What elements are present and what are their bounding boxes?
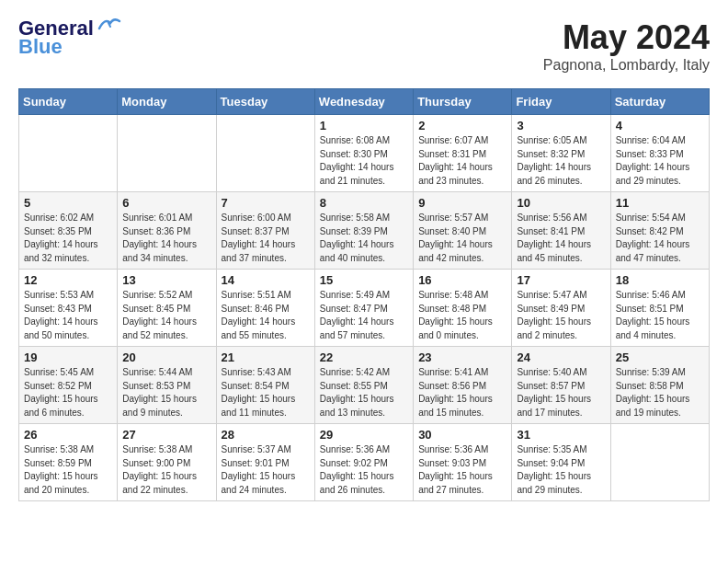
day-info: Sunrise: 5:56 AM Sunset: 8:41 PM Dayligh… [517, 212, 605, 265]
day-number: 2 [418, 119, 506, 132]
calendar-header-saturday: Saturday [610, 89, 709, 115]
day-number: 29 [320, 428, 408, 442]
calendar-cell: 16Sunrise: 5:48 AM Sunset: 8:48 PM Dayli… [414, 270, 512, 347]
day-number: 31 [517, 428, 605, 442]
day-number: 26 [24, 428, 112, 442]
day-number: 16 [418, 273, 506, 287]
calendar-cell: 29Sunrise: 5:36 AM Sunset: 9:02 PM Dayli… [314, 424, 413, 501]
calendar-cell: 13Sunrise: 5:52 AM Sunset: 8:45 PM Dayli… [118, 270, 216, 347]
calendar-cell: 19Sunrise: 5:45 AM Sunset: 8:52 PM Dayli… [19, 347, 118, 424]
calendar-header-sunday: Sunday [19, 89, 118, 115]
calendar-week-row: 5Sunrise: 6:02 AM Sunset: 8:35 PM Daylig… [19, 192, 710, 270]
day-number: 7 [222, 196, 310, 210]
calendar-cell: 6Sunrise: 6:01 AM Sunset: 8:36 PM Daylig… [118, 192, 216, 270]
calendar-cell: 10Sunrise: 5:56 AM Sunset: 8:41 PM Dayli… [512, 192, 610, 270]
day-info: Sunrise: 6:00 AM Sunset: 8:37 PM Dayligh… [222, 212, 310, 265]
day-info: Sunrise: 5:44 AM Sunset: 8:53 PM Dayligh… [122, 366, 210, 419]
day-info: Sunrise: 5:39 AM Sunset: 8:58 PM Dayligh… [616, 366, 704, 419]
day-info: Sunrise: 5:40 AM Sunset: 8:57 PM Dayligh… [517, 366, 605, 419]
day-info: Sunrise: 5:43 AM Sunset: 8:54 PM Dayligh… [222, 366, 310, 419]
day-info: Sunrise: 5:45 AM Sunset: 8:52 PM Dayligh… [24, 366, 112, 419]
day-info: Sunrise: 5:51 AM Sunset: 8:46 PM Dayligh… [222, 289, 310, 342]
day-number: 25 [616, 350, 704, 364]
day-info: Sunrise: 5:46 AM Sunset: 8:51 PM Dayligh… [616, 289, 704, 342]
day-number: 13 [122, 273, 210, 287]
calendar-header-wednesday: Wednesday [314, 89, 413, 115]
calendar-cell: 22Sunrise: 5:42 AM Sunset: 8:55 PM Dayli… [314, 347, 413, 424]
day-info: Sunrise: 5:54 AM Sunset: 8:42 PM Dayligh… [616, 212, 704, 265]
day-info: Sunrise: 6:04 AM Sunset: 8:33 PM Dayligh… [616, 134, 704, 188]
calendar-cell: 14Sunrise: 5:51 AM Sunset: 8:46 PM Dayli… [216, 270, 314, 347]
day-number: 3 [517, 119, 605, 132]
day-number: 22 [320, 350, 408, 364]
day-info: Sunrise: 5:35 AM Sunset: 9:04 PM Dayligh… [517, 443, 605, 497]
day-info: Sunrise: 5:41 AM Sunset: 8:56 PM Dayligh… [418, 366, 506, 419]
day-info: Sunrise: 5:49 AM Sunset: 8:47 PM Dayligh… [320, 289, 408, 342]
calendar-cell: 3Sunrise: 6:05 AM Sunset: 8:32 PM Daylig… [512, 115, 610, 192]
day-info: Sunrise: 6:08 AM Sunset: 8:30 PM Dayligh… [320, 134, 408, 188]
calendar-cell: 28Sunrise: 5:37 AM Sunset: 9:01 PM Dayli… [216, 424, 314, 501]
calendar-header-row: SundayMondayTuesdayWednesdayThursdayFrid… [19, 89, 710, 115]
calendar-cell: 24Sunrise: 5:40 AM Sunset: 8:57 PM Dayli… [512, 347, 610, 424]
calendar-cell: 1Sunrise: 6:08 AM Sunset: 8:30 PM Daylig… [314, 115, 413, 192]
calendar-cell: 17Sunrise: 5:47 AM Sunset: 8:49 PM Dayli… [512, 270, 610, 347]
day-number: 24 [517, 350, 605, 364]
calendar-cell: 21Sunrise: 5:43 AM Sunset: 8:54 PM Dayli… [216, 347, 314, 424]
title-section: May 2024 Pagnona, Lombardy, Italy [543, 18, 710, 74]
calendar-cell: 27Sunrise: 5:38 AM Sunset: 9:00 PM Dayli… [118, 424, 216, 501]
day-info: Sunrise: 5:36 AM Sunset: 9:02 PM Dayligh… [320, 443, 408, 497]
month-title: May 2024 [543, 18, 710, 57]
day-info: Sunrise: 5:48 AM Sunset: 8:48 PM Dayligh… [418, 289, 506, 342]
day-info: Sunrise: 6:05 AM Sunset: 8:32 PM Dayligh… [517, 134, 605, 188]
day-info: Sunrise: 5:57 AM Sunset: 8:40 PM Dayligh… [418, 212, 506, 265]
day-info: Sunrise: 6:07 AM Sunset: 8:31 PM Dayligh… [418, 134, 506, 188]
day-number: 8 [320, 196, 408, 210]
day-number: 4 [616, 119, 704, 132]
day-number: 15 [320, 273, 408, 287]
calendar-cell: 26Sunrise: 5:38 AM Sunset: 8:59 PM Dayli… [19, 424, 118, 501]
day-number: 14 [222, 273, 310, 287]
calendar-header-friday: Friday [512, 89, 610, 115]
logo-bird-icon [96, 16, 121, 34]
calendar-week-row: 19Sunrise: 5:45 AM Sunset: 8:52 PM Dayli… [19, 347, 710, 424]
calendar-header-thursday: Thursday [414, 89, 512, 115]
calendar-cell: 11Sunrise: 5:54 AM Sunset: 8:42 PM Dayli… [610, 192, 709, 270]
day-number: 10 [517, 196, 605, 210]
day-info: Sunrise: 5:52 AM Sunset: 8:45 PM Dayligh… [122, 289, 210, 342]
day-number: 12 [24, 273, 112, 287]
day-number: 9 [418, 196, 506, 210]
day-number: 21 [222, 350, 310, 364]
calendar-cell: 15Sunrise: 5:49 AM Sunset: 8:47 PM Dayli… [314, 270, 413, 347]
calendar-cell [216, 115, 314, 192]
calendar-cell: 4Sunrise: 6:04 AM Sunset: 8:33 PM Daylig… [610, 115, 709, 192]
calendar-cell: 2Sunrise: 6:07 AM Sunset: 8:31 PM Daylig… [414, 115, 512, 192]
day-info: Sunrise: 5:36 AM Sunset: 9:03 PM Dayligh… [418, 443, 506, 497]
calendar-week-row: 12Sunrise: 5:53 AM Sunset: 8:43 PM Dayli… [19, 270, 710, 347]
calendar-cell: 18Sunrise: 5:46 AM Sunset: 8:51 PM Dayli… [610, 270, 709, 347]
logo: General Blue [18, 18, 121, 57]
page-header: General Blue May 2024 Pagnona, Lombardy,… [18, 18, 710, 74]
day-info: Sunrise: 6:02 AM Sunset: 8:35 PM Dayligh… [24, 212, 112, 265]
calendar-table: SundayMondayTuesdayWednesdayThursdayFrid… [18, 88, 710, 501]
day-info: Sunrise: 5:42 AM Sunset: 8:55 PM Dayligh… [320, 366, 408, 419]
calendar-cell: 12Sunrise: 5:53 AM Sunset: 8:43 PM Dayli… [19, 270, 118, 347]
calendar-cell: 8Sunrise: 5:58 AM Sunset: 8:39 PM Daylig… [314, 192, 413, 270]
calendar-cell: 9Sunrise: 5:57 AM Sunset: 8:40 PM Daylig… [414, 192, 512, 270]
day-number: 11 [616, 196, 704, 210]
day-number: 30 [418, 428, 506, 442]
calendar-cell [19, 115, 118, 192]
calendar-cell: 7Sunrise: 6:00 AM Sunset: 8:37 PM Daylig… [216, 192, 314, 270]
day-number: 1 [320, 119, 408, 132]
day-info: Sunrise: 5:58 AM Sunset: 8:39 PM Dayligh… [320, 212, 408, 265]
day-number: 6 [122, 196, 210, 210]
day-info: Sunrise: 5:38 AM Sunset: 8:59 PM Dayligh… [24, 443, 112, 497]
day-number: 5 [24, 196, 112, 210]
day-number: 28 [222, 428, 310, 442]
logo-blue-text: Blue [18, 37, 63, 57]
calendar-week-row: 26Sunrise: 5:38 AM Sunset: 8:59 PM Dayli… [19, 424, 710, 501]
calendar-cell: 5Sunrise: 6:02 AM Sunset: 8:35 PM Daylig… [19, 192, 118, 270]
calendar-header-monday: Monday [118, 89, 216, 115]
day-number: 27 [122, 428, 210, 442]
day-number: 18 [616, 273, 704, 287]
calendar-cell [610, 424, 709, 501]
